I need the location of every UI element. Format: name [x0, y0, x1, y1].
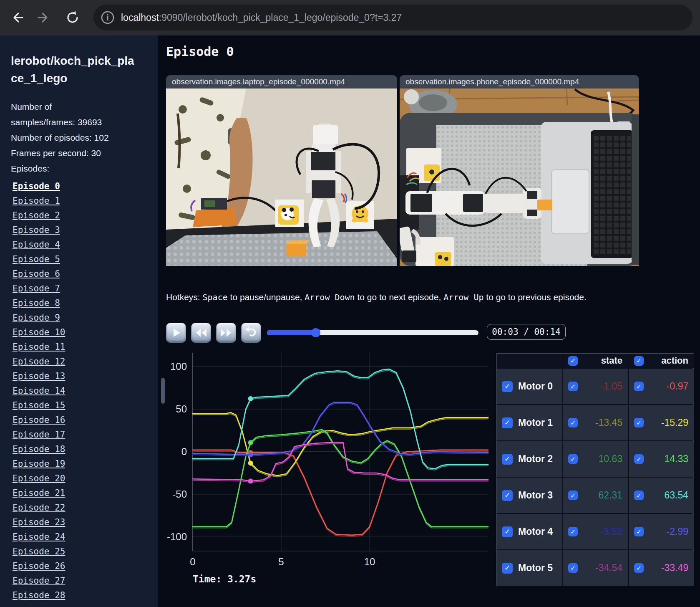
motor-row-action: ✓-33.49 — [629, 550, 694, 586]
motor-label: Motor 3 — [518, 490, 553, 501]
sidebar-episode-link[interactable]: Episode 2 — [13, 208, 65, 223]
page-title: Episode 0 — [166, 44, 234, 59]
sidebar-episode-link[interactable]: Episode 6 — [13, 267, 65, 281]
hotkeys-help: Hotkeys: Space to pause/unpause, Arrow D… — [166, 292, 629, 302]
current-time-label: Time: 3.27s — [193, 574, 256, 584]
sidebar-episode-link[interactable]: Episode 10 — [13, 325, 65, 340]
reload-icon[interactable] — [65, 10, 80, 25]
forward-icon[interactable] — [37, 10, 52, 25]
action-checkbox[interactable]: ✓ — [634, 454, 644, 464]
sidebar-episode-link[interactable]: Episode 19 — [13, 457, 65, 471]
sidebar: lerobot/koch_pick_place_1_lego Number of… — [0, 35, 158, 607]
state-checkbox[interactable]: ✓ — [568, 418, 578, 427]
sidebar-episode-link[interactable]: Episode 25 — [13, 544, 65, 559]
sidebar-episode-link[interactable]: Episode 0 — [13, 179, 65, 194]
motor-label: Motor 4 — [518, 526, 553, 537]
play-button[interactable] — [166, 323, 186, 343]
state-value: -13.45 — [595, 417, 622, 428]
dataset-info: Number ofsamples/frames: 39693Number of … — [11, 99, 109, 176]
motor-row-action: ✓-15.29 — [629, 405, 694, 440]
motor-row-state: ✓-13.45 — [563, 405, 628, 440]
sidebar-episode-link[interactable]: Episode 24 — [13, 530, 65, 544]
action-checkbox[interactable]: ✓ — [634, 382, 644, 391]
info-icon[interactable] — [99, 9, 116, 26]
sidebar-episode-link[interactable]: Episode 23 — [13, 515, 65, 530]
motor-row-action: ✓-0.97 — [629, 369, 694, 404]
sidebar-episode-link[interactable]: Episode 3 — [13, 223, 65, 238]
state-checkbox[interactable]: ✓ — [568, 491, 578, 500]
sidebar-episode-link[interactable]: Episode 9 — [13, 311, 65, 325]
motor-checkbox[interactable]: ✓ — [502, 417, 513, 428]
video-frame-phone[interactable] — [400, 89, 639, 266]
motor-row-state: ✓-3.52 — [563, 514, 628, 549]
action-checkbox[interactable]: ✓ — [634, 491, 644, 500]
motor-row-name: ✓Motor 5 — [497, 550, 562, 586]
sidebar-episode-link[interactable]: Episode 22 — [13, 501, 65, 515]
motor-label: Motor 0 — [518, 381, 553, 392]
action-checkbox[interactable]: ✓ — [634, 527, 644, 536]
dataset-info-line: Episodes: — [11, 161, 109, 176]
sidebar-episode-link[interactable]: Episode 8 — [13, 296, 65, 311]
motor-label: Motor 1 — [518, 417, 553, 428]
seek-slider[interactable] — [267, 330, 478, 335]
svg-text:50: 50 — [176, 403, 187, 415]
motor-checkbox[interactable]: ✓ — [502, 526, 513, 537]
sidebar-episode-link[interactable]: Episode 18 — [13, 442, 65, 457]
state-checkbox[interactable]: ✓ — [568, 382, 578, 391]
motor-row-name: ✓Motor 1 — [497, 405, 562, 440]
motor-row-action: ✓63.54 — [629, 478, 694, 513]
dataset-info-line: samples/frames: 39693 — [11, 114, 109, 130]
action-value: 14.33 — [664, 453, 688, 465]
dataset-info-line: Frames per second: 30 — [11, 145, 109, 161]
action-checkbox[interactable]: ✓ — [634, 563, 644, 573]
action-value: 63.54 — [664, 490, 688, 501]
sidebar-episode-link[interactable]: Episode 20 — [13, 471, 65, 486]
motor-row-action: ✓14.33 — [629, 441, 694, 477]
url-bar[interactable]: localhost:9090/lerobot/koch_pick_place_1… — [93, 5, 692, 30]
action-header-checkbox[interactable]: ✓ — [634, 356, 644, 366]
table-header-state: ✓state — [563, 354, 628, 368]
sidebar-episode-link[interactable]: Episode 5 — [13, 252, 65, 267]
video-frame-laptop[interactable] — [166, 89, 397, 266]
state-header-label: state — [601, 355, 622, 366]
loop-button[interactable] — [241, 323, 261, 343]
sidebar-episode-link[interactable]: Episode 17 — [13, 427, 65, 442]
sidebar-episode-link[interactable]: Episode 4 — [13, 238, 65, 252]
state-header-checkbox[interactable]: ✓ — [568, 356, 578, 366]
motor-checkbox[interactable]: ✓ — [502, 381, 513, 392]
state-value: 10.63 — [598, 453, 622, 465]
video-title-laptop: observation.images.laptop_episode_000000… — [166, 75, 397, 89]
dataset-info-line: Number of episodes: 102 — [11, 130, 109, 145]
svg-text:0: 0 — [181, 446, 187, 457]
sidebar-episode-link[interactable]: Episode 7 — [13, 281, 65, 296]
rewind-button[interactable] — [191, 323, 211, 343]
sidebar-episode-link[interactable]: Episode 27 — [13, 574, 65, 588]
seek-thumb[interactable] — [311, 328, 320, 337]
sidebar-episode-link[interactable]: Episode 21 — [13, 486, 65, 501]
motor-checkbox[interactable]: ✓ — [502, 454, 513, 465]
action-checkbox[interactable]: ✓ — [634, 418, 644, 427]
url-host: localhost — [121, 12, 159, 23]
motor-checkbox[interactable]: ✓ — [502, 490, 513, 501]
motor-checkbox[interactable]: ✓ — [502, 563, 513, 574]
dataset-title: lerobot/koch_pick_place_1_lego — [11, 52, 138, 87]
motor-row-name: ✓Motor 4 — [497, 514, 562, 549]
state-checkbox[interactable]: ✓ — [568, 527, 578, 536]
state-checkbox[interactable]: ✓ — [568, 563, 578, 573]
sidebar-episode-link[interactable]: Episode 26 — [13, 559, 65, 574]
sidebar-episode-link[interactable]: Episode 28 — [13, 588, 65, 603]
sidebar-episode-link[interactable]: Episode 14 — [13, 384, 65, 398]
video-title-phone: observation.images.phone_episode_000000.… — [400, 75, 639, 89]
sidebar-episode-link[interactable]: Episode 16 — [13, 413, 65, 427]
sidebar-episode-link[interactable]: Episode 13 — [13, 369, 65, 384]
hotkey-key: Arrow Down — [305, 292, 355, 302]
fast-forward-button[interactable] — [216, 323, 236, 343]
sidebar-episode-link[interactable]: Episode 12 — [13, 354, 65, 369]
state-checkbox[interactable]: ✓ — [568, 454, 578, 464]
state-value: -1.05 — [601, 381, 622, 392]
motor-label: Motor 5 — [518, 562, 553, 574]
sidebar-episode-link[interactable]: Episode 1 — [13, 194, 65, 208]
back-icon[interactable] — [9, 10, 24, 25]
sidebar-episode-link[interactable]: Episode 11 — [13, 340, 65, 354]
sidebar-episode-link[interactable]: Episode 15 — [13, 398, 65, 413]
